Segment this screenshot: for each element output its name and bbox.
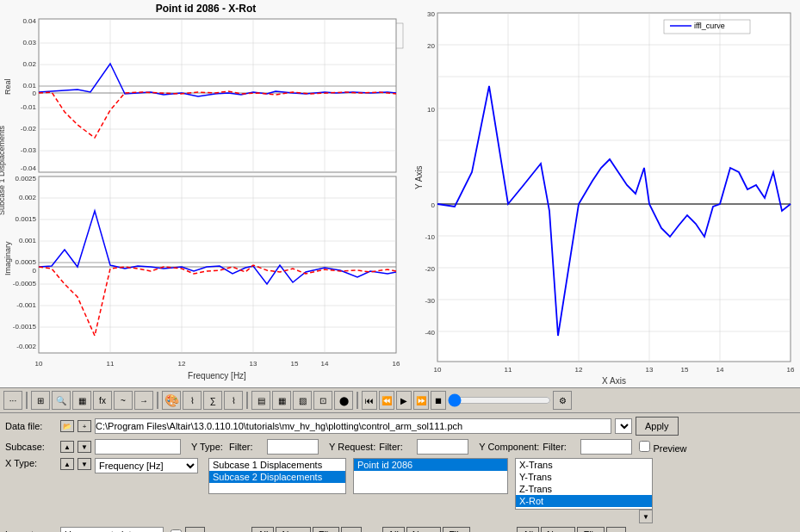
toolbar-btn-marker[interactable]: ⌇ (224, 391, 243, 410)
toolbar-btn-grid[interactable]: ▦ (72, 391, 91, 410)
svg-text:15: 15 (681, 366, 689, 374)
y-type-flip-btn[interactable]: Flip (313, 527, 340, 532)
y-component-more-btn[interactable]: ... (606, 527, 626, 532)
y-type-item-0[interactable]: Subcase 1 Displacements (209, 459, 345, 471)
svg-text:iffl_curve: iffl_curve (694, 22, 725, 30)
x-type-down-btn[interactable]: ▼ (78, 458, 91, 470)
toolbar-btn-zoom[interactable]: 🔍 (52, 391, 71, 410)
toolbar-btn-table[interactable]: ▤ (251, 391, 270, 410)
x-type-select[interactable]: Frequency [Hz] (95, 458, 198, 473)
subcase-down-btn[interactable]: ▼ (78, 441, 91, 453)
svg-text:-0.0015: -0.0015 (13, 323, 37, 331)
layout-more-btn[interactable]: ... (185, 527, 205, 532)
toolbar-btn-next[interactable]: ⏩ (413, 391, 429, 410)
y-component-item-2[interactable]: Z-Trans (516, 483, 652, 495)
toolbar-btn-arrow[interactable]: → (134, 391, 153, 410)
toolbar-btn-sum[interactable]: ∑ (203, 391, 222, 410)
svg-text:0.02: 0.02 (22, 60, 36, 68)
svg-rect-7 (39, 19, 396, 172)
toolbar-sep-1 (26, 392, 28, 409)
toolbar-btn-export[interactable]: ▦ (272, 391, 291, 410)
y-component-flip-btn[interactable]: Flip (577, 527, 605, 532)
svg-text:0.01: 0.01 (22, 82, 36, 90)
svg-text:-40: -40 (425, 329, 435, 337)
y-type-all-btn[interactable]: All (251, 527, 274, 532)
svg-text:0: 0 (431, 201, 436, 209)
y-type-none-btn[interactable]: None (276, 527, 310, 532)
playback-slider[interactable] (448, 394, 551, 406)
y-type-extra-btn[interactable]: ... (341, 527, 361, 532)
subcase-up-btn[interactable]: ▲ (60, 441, 74, 453)
y-request-all-btn[interactable]: All (382, 527, 405, 532)
toolbar-btn-prev[interactable]: ⏪ (379, 391, 394, 410)
data-file-dropdown[interactable] (615, 418, 632, 434)
preview-checkbox[interactable] (639, 441, 650, 452)
svg-text:-30: -30 (425, 297, 435, 305)
y-request-item-0[interactable]: Point id 2086 (354, 459, 507, 471)
subcase-row: Subcase: ▲ ▼ Y Type: Filter: Y Request: … (5, 439, 795, 455)
y-component-label: Y Component: (479, 442, 539, 452)
svg-text:13: 13 (646, 366, 654, 374)
toolbar-btn-select[interactable]: ⊞ (31, 391, 50, 410)
y-request-filter-label: Filter: (379, 442, 413, 452)
y-component-list[interactable]: X-Trans Y-Trans Z-Trans X-Rot (515, 458, 653, 510)
y-component-item-1[interactable]: Y-Trans (516, 471, 652, 483)
y-request-none-btn[interactable]: None (406, 527, 441, 532)
apply-button[interactable]: Apply (636, 417, 679, 436)
svg-text:16: 16 (787, 366, 795, 374)
y-component-all-btn[interactable]: All (517, 527, 539, 532)
toolbar-btn-play[interactable]: ▶ (396, 391, 412, 410)
svg-text:Subcase 1 Displacements: Subcase 1 Displacements (0, 125, 6, 215)
y-request-flip-btn[interactable]: Flip (443, 527, 470, 532)
bottom-controls: Data file: 📂 + Apply Subcase: ▲ ▼ Y Type… (0, 413, 800, 532)
y-request-label: Y Request: (329, 442, 375, 452)
toolbar-btn-dots[interactable]: ··· (3, 391, 22, 410)
layout-select[interactable]: Use current plot (60, 527, 164, 532)
data-file-path-input[interactable] (95, 418, 611, 434)
toolbar-btn-wave[interactable]: ~ (114, 391, 133, 410)
y-component-item-3[interactable]: X-Rot (516, 495, 652, 507)
y-request-list[interactable]: Point id 2086 (353, 458, 508, 494)
y-component-filter-label: Filter: (543, 442, 577, 452)
svg-text:0.0025: 0.0025 (16, 175, 37, 182)
data-file-add-btn[interactable]: + (78, 420, 91, 432)
toolbar-btn-play-back[interactable]: ⏮ (362, 391, 377, 410)
y-request-buttons: All None Flip (382, 527, 470, 532)
y-type-filter-label: Filter: (229, 442, 264, 452)
toolbar-btn-curve[interactable]: ⌇ (183, 391, 202, 410)
y-request-filter-input[interactable] (417, 439, 468, 455)
y-component-buttons: All None Flip ... (517, 527, 626, 532)
layout-checkbox[interactable] (171, 529, 182, 533)
toolbar-btn-fx[interactable]: fx (93, 391, 112, 410)
preview-label: Preview (639, 441, 686, 454)
y-component-item-0[interactable]: X-Trans (516, 459, 652, 471)
y-type-list[interactable]: Subcase 1 Displacements Subcase 2 Displa… (208, 458, 346, 494)
svg-text:-0.01: -0.01 (21, 103, 37, 111)
toolbar-btn-page[interactable]: ▧ (293, 391, 312, 410)
svg-text:12: 12 (575, 366, 583, 374)
y-component-filter-input[interactable] (580, 439, 632, 455)
toolbar: ··· ⊞ 🔍 ▦ fx ~ → 🎨 ⌇ ∑ ⌇ ▤ ▦ ▧ ⊡ ⬤ ⏮ ⏪ ▶… (0, 387, 800, 413)
y-component-none-btn[interactable]: None (541, 527, 575, 532)
toolbar-btn-color[interactable]: 🎨 (162, 391, 181, 410)
y-type-item-1[interactable]: Subcase 2 Displacements (209, 471, 345, 483)
svg-text:-0.0005: -0.0005 (13, 280, 37, 288)
svg-text:-0.02: -0.02 (21, 125, 37, 133)
toolbar-btn-clip[interactable]: ⬤ (334, 391, 353, 410)
y-type-filter-input[interactable] (267, 439, 319, 455)
svg-text:X Axis: X Axis (602, 376, 626, 386)
svg-text:10: 10 (434, 366, 442, 374)
toolbar-btn-image[interactable]: ⊡ (313, 391, 332, 410)
x-type-up-btn[interactable]: ▲ (60, 458, 74, 470)
toolbar-btn-stop[interactable]: ⏹ (431, 391, 446, 410)
svg-text:0.0005: 0.0005 (16, 258, 37, 266)
data-file-label: Data file: (5, 421, 57, 431)
svg-text:-0.002: -0.002 (16, 343, 36, 350)
svg-text:0: 0 (33, 267, 37, 275)
data-file-open-btn[interactable]: 📂 (60, 420, 74, 432)
toolbar-btn-settings[interactable]: ⚙ (553, 391, 572, 410)
left-chart: Point id 2086 - X-Rot Point id 2086 - X-… (0, 0, 412, 387)
subcase-input[interactable] (95, 439, 181, 455)
toolbar-sep-3 (246, 392, 248, 409)
svg-text:15: 15 (291, 360, 299, 368)
